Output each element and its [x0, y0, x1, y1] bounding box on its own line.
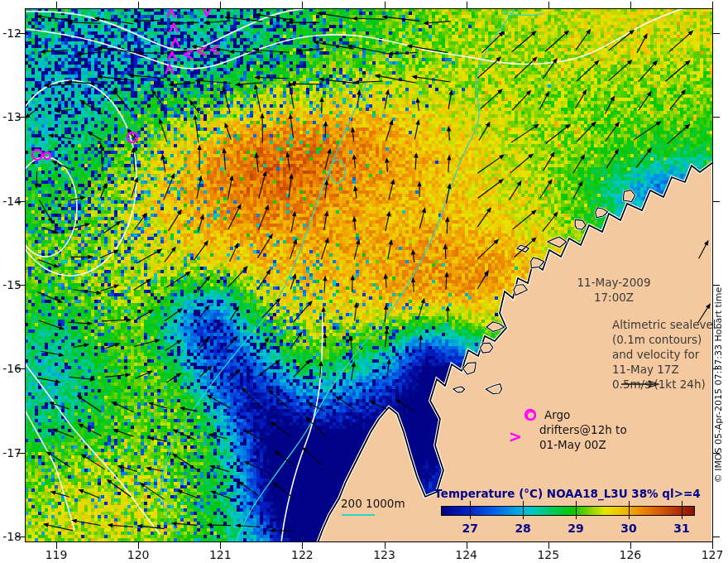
x-axis-tick-top — [385, 2, 386, 8]
colorbar-tick — [523, 501, 524, 519]
x-axis-label: 122 — [284, 548, 320, 561]
y-axis-tick-right — [713, 117, 720, 118]
y-axis-tick-right — [713, 33, 720, 34]
colorbar-tick-label: 27 — [453, 522, 486, 535]
x-axis-label: 120 — [120, 548, 156, 561]
x-axis-label: 121 — [202, 548, 238, 561]
y-axis-label: -17 — [0, 446, 22, 458]
alt-line4: 11-May 17Z — [612, 362, 728, 377]
drifter-line1: drifters@12h to — [539, 422, 627, 437]
y-axis-label: -13 — [0, 110, 22, 122]
x-axis-label: 127 — [694, 548, 728, 561]
colorbar-tick — [629, 501, 630, 519]
argo-marker-icon — [526, 411, 536, 421]
velocity-scale-arrow-icon — [620, 379, 660, 389]
x-axis-label: 125 — [530, 548, 567, 561]
x-axis-tick-top — [630, 2, 631, 8]
x-axis-tick-top — [220, 2, 221, 8]
alt-line2: (0.1m contours) — [612, 332, 728, 347]
argo-label: Argo — [544, 407, 570, 422]
drifter-marker-icon: > — [509, 427, 522, 445]
x-axis-label: 124 — [448, 548, 485, 561]
colorbar-tick-label: 28 — [506, 522, 539, 535]
y-axis-label: -14 — [0, 195, 22, 206]
date-line1: 11-May-2009 — [556, 275, 672, 290]
drifter-annotation: drifters@12h to 01-May 00Z — [539, 422, 627, 452]
temperature-colorbar[interactable] — [441, 506, 695, 516]
date-line2: 17:00Z — [556, 290, 672, 305]
sst-map-page: { "page": { "bg": "#FFFFFF", "land_color… — [0, 0, 728, 563]
x-axis-tick-top — [56, 2, 57, 8]
isobath-scale-label: 200 1000m — [341, 496, 405, 511]
x-axis-tick-top — [138, 2, 139, 8]
colorbar-tick-label: 31 — [665, 522, 698, 535]
colorbar-tick — [470, 501, 471, 519]
drifter-line2: 01-May 00Z — [539, 437, 627, 452]
y-axis-label: -15 — [0, 278, 22, 290]
x-axis-label: 119 — [38, 548, 74, 561]
x-axis-label: 126 — [612, 548, 649, 561]
x-axis-label: 123 — [366, 548, 403, 561]
x-axis-tick-top — [548, 2, 549, 8]
x-axis-tick-top — [467, 2, 467, 8]
y-axis-label: -12 — [0, 26, 22, 38]
y-axis-tick-right — [713, 201, 720, 202]
alt-line1: Altimetric sealevel — [612, 317, 728, 332]
date-annotation: 11-May-2009 17:00Z — [556, 275, 672, 305]
copyright-text: © IMOS 05-Apr-2015 07:37:33 Hobart time — [713, 244, 725, 526]
x-axis-tick-top — [302, 2, 303, 8]
colorbar-tick-label: 30 — [612, 522, 645, 535]
y-axis-tick-right — [713, 537, 720, 537]
colorbar-tick — [576, 501, 577, 519]
colorbar-tick-label: 29 — [559, 522, 592, 535]
x-axis-tick-top — [712, 2, 713, 8]
colorbar-tick — [682, 501, 682, 519]
y-axis-label: -18 — [0, 530, 22, 541]
colorbar-title: Temperature (°C) NOAA18_L3U 38% ql>=4 — [402, 487, 728, 500]
isobath-scale-line — [342, 514, 375, 516]
alt-line3: and velocity for — [612, 347, 728, 362]
y-axis-label: -16 — [0, 362, 22, 373]
